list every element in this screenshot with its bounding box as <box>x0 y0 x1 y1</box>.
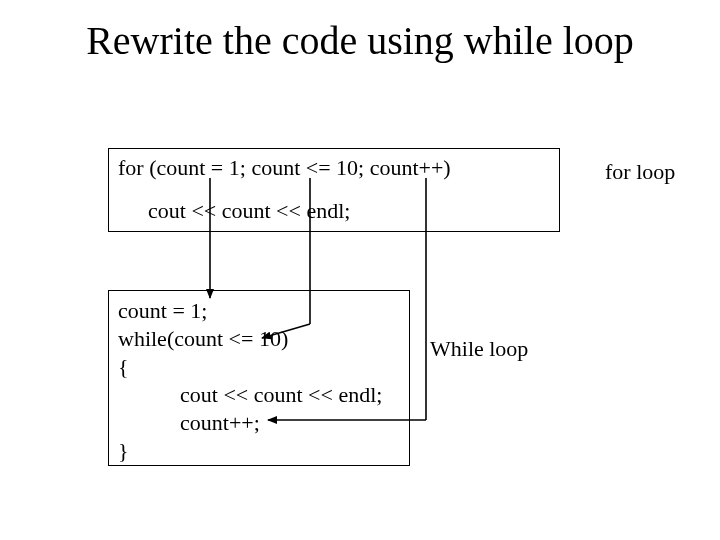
for-loop-line2: cout << count << endl; <box>148 198 350 224</box>
while-loop-label: While loop <box>430 336 528 362</box>
while-loop-line4: cout << count << endl; <box>180 382 382 408</box>
while-loop-line6: } <box>118 438 129 464</box>
for-loop-label: for loop <box>605 159 675 185</box>
while-loop-line2: while(count <= 10) <box>118 326 288 352</box>
while-loop-line1: count = 1; <box>118 298 207 324</box>
slide-title: Rewrite the code using while loop <box>0 18 720 64</box>
while-loop-line5: count++; <box>180 410 260 436</box>
while-loop-line3: { <box>118 354 129 380</box>
for-loop-line1: for (count = 1; count <= 10; count++) <box>118 155 451 181</box>
slide-canvas: Rewrite the code using while loop for (c… <box>0 0 720 540</box>
